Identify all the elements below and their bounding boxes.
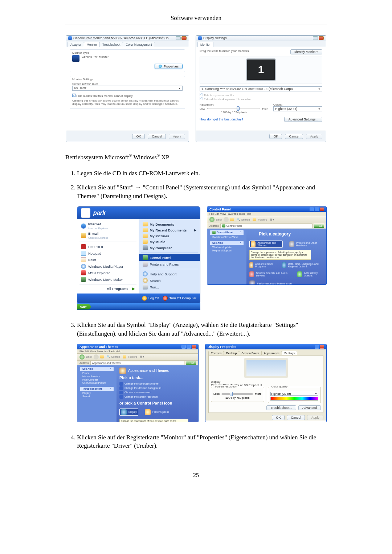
cat-sounds[interactable]: Sounds, Speech, and Audio Devices xyxy=(249,271,291,277)
maximize-icon[interactable] xyxy=(187,345,191,349)
tab-monitor[interactable]: Monitor xyxy=(197,42,213,47)
minimize-icon[interactable] xyxy=(181,345,186,349)
vista-right-titlebar[interactable]: Display Settings xyxy=(196,36,326,41)
seealso-item[interactable]: Fonts xyxy=(79,372,115,375)
identify-monitors-button[interactable]: Identify Monitors xyxy=(290,49,322,54)
up-icon[interactable] xyxy=(230,218,234,221)
close-icon[interactable] xyxy=(192,345,196,349)
start-button[interactable]: start xyxy=(77,304,91,309)
sm-printers[interactable]: Printers and Faxes xyxy=(139,261,200,267)
ok-button[interactable]: OK xyxy=(272,415,285,420)
cat-printers[interactable]: Printers and Other Hardware xyxy=(289,241,323,248)
cat-add-remove[interactable]: Add or Remove Programs xyxy=(249,262,275,268)
search-icon[interactable]: 🔍 xyxy=(237,218,240,221)
close-icon[interactable] xyxy=(181,36,187,40)
tab-monitor[interactable]: Monitor xyxy=(84,42,100,47)
sm-mycomputer[interactable]: My Computer xyxy=(139,245,200,251)
apply-button[interactable]: Apply xyxy=(306,134,322,139)
tab-settings[interactable]: Settings xyxy=(282,351,297,355)
task-item[interactable]: Change the desktop background xyxy=(119,386,195,390)
minimize-icon[interactable] xyxy=(176,36,181,40)
task-item[interactable]: Choose a screen saver xyxy=(119,391,195,394)
advanced-button[interactable]: Advanced xyxy=(298,405,321,410)
task-item[interactable]: Change the screen resolution xyxy=(119,395,195,399)
address-bar[interactable]: Control Panel xyxy=(220,223,313,228)
cat-accessibility[interactable]: Accessibility Options xyxy=(297,271,323,277)
logoff-button[interactable]: Log Off xyxy=(142,296,159,301)
sm-help[interactable]: Help and Support xyxy=(139,271,200,277)
back-icon[interactable] xyxy=(79,354,85,360)
seealso-item[interactable]: User Account Picture xyxy=(79,381,115,385)
task-item[interactable]: Change the computer's theme xyxy=(119,382,195,386)
help-icon[interactable] xyxy=(315,345,319,349)
go-button[interactable]: → Go xyxy=(314,224,324,228)
seealso-item[interactable]: Help and Support xyxy=(209,249,245,252)
minimize-icon[interactable] xyxy=(310,208,314,211)
resolution-slider[interactable] xyxy=(207,108,260,109)
maximize-icon[interactable] xyxy=(315,208,319,211)
sm-notepad[interactable]: Notepad xyxy=(77,250,139,257)
at-menu[interactable]: File Edit View Favorites Tools Help xyxy=(77,349,198,354)
icon-folder-options[interactable]: Folder Options xyxy=(145,409,169,416)
ok-button[interactable]: OK xyxy=(132,134,145,139)
up-icon[interactable] xyxy=(100,355,104,358)
sm-msn[interactable]: MSN Explorer xyxy=(77,270,139,276)
trouble-item[interactable]: Display xyxy=(79,391,115,395)
monitor-1-icon[interactable]: 1 xyxy=(246,58,276,81)
close-icon[interactable] xyxy=(319,36,324,40)
cancel-button[interactable]: Cancel xyxy=(148,134,166,139)
sm-recent[interactable]: My Recent Documents▶ xyxy=(139,227,200,233)
apply-button[interactable]: Apply xyxy=(307,415,323,420)
colors-select[interactable]: Highest (32 bit) ▼ xyxy=(273,106,322,111)
tab-screensaver[interactable]: Screen Saver xyxy=(239,351,261,355)
cat-date-time[interactable]: Date, Time, Language, and Regional Optio… xyxy=(282,262,323,268)
tab-color-management[interactable]: Color Management xyxy=(123,42,155,47)
color-quality-select[interactable]: Highest (32 bit)▼ xyxy=(270,392,319,396)
seealso-item[interactable]: Mouse Pointers xyxy=(79,375,115,378)
cancel-button[interactable]: Cancel xyxy=(285,134,303,139)
sm-internet[interactable]: InternetInternet Explorer xyxy=(77,221,139,231)
cp-menu[interactable]: File Edit View Favorites Tools Help xyxy=(207,212,326,216)
cat-appearance-themes[interactable]: Appearance and Themes xyxy=(249,241,283,248)
tab-themes[interactable]: Themes xyxy=(208,351,224,355)
properties-button[interactable]: Properties xyxy=(155,64,183,69)
refresh-rate-select[interactable]: 60 Hertz ▼ xyxy=(72,86,183,91)
ok-button[interactable]: OK xyxy=(269,134,282,139)
sm-email[interactable]: E-mailOutlook Express xyxy=(77,231,139,240)
hide-modes-checkbox[interactable] xyxy=(72,94,75,97)
cancel-button[interactable]: Cancel xyxy=(287,415,305,420)
sm-all-programs[interactable]: All Programs ▶ xyxy=(77,286,139,291)
tab-appearance[interactable]: Appearance xyxy=(261,351,282,355)
apply-button[interactable]: Apply xyxy=(169,134,185,139)
folders-icon[interactable] xyxy=(123,355,126,358)
address-bar[interactable]: Appearance and Themes xyxy=(90,361,184,365)
cp-sidepanel-header[interactable]: Control Panel⌃ xyxy=(210,230,244,235)
dp-titlebar[interactable]: Display Properties xyxy=(205,344,326,349)
cp-seealso-header[interactable]: See Also⌃ xyxy=(210,241,244,245)
seealso-item[interactable]: Windows Update xyxy=(209,246,245,249)
turnoff-button[interactable]: Turn Off Computer xyxy=(163,296,196,301)
tab-adapter[interactable]: Adapter xyxy=(68,42,84,47)
close-icon[interactable] xyxy=(320,208,324,211)
sm-wmm[interactable]: Windows Movie Maker xyxy=(77,276,139,283)
vista-left-titlebar[interactable]: Generic PnP Monitor and NVIDIA GeForce 6… xyxy=(66,36,189,41)
close-icon[interactable] xyxy=(320,345,324,349)
help-link[interactable]: How do I get the best display? xyxy=(200,118,244,121)
minimize-icon[interactable] xyxy=(313,36,318,40)
sm-hct[interactable]: HCT 10.0 xyxy=(77,243,139,250)
advanced-settings-button[interactable]: Advanced Settings... xyxy=(284,117,322,122)
back-icon[interactable] xyxy=(209,217,215,222)
sm-mymusic[interactable]: My Music xyxy=(139,239,200,245)
folders-icon[interactable] xyxy=(253,218,256,221)
resolution-slider[interactable] xyxy=(221,393,253,395)
seealso-header[interactable]: See Also⌃ xyxy=(80,367,114,371)
sm-mypics[interactable]: My Pictures xyxy=(139,233,200,239)
sm-search[interactable]: Search xyxy=(139,277,200,284)
cat-performance[interactable]: Performance and Maintenance xyxy=(249,280,292,285)
sm-paint[interactable]: Paint xyxy=(77,257,139,263)
at-titlebar[interactable]: Appearance and Themes xyxy=(77,344,198,349)
sm-run[interactable]: Run... xyxy=(139,284,200,290)
forward-icon[interactable] xyxy=(224,217,229,222)
trouble-item[interactable]: Sound xyxy=(79,395,115,398)
troubleshoot-button[interactable]: Troubleshoot... xyxy=(266,405,296,410)
